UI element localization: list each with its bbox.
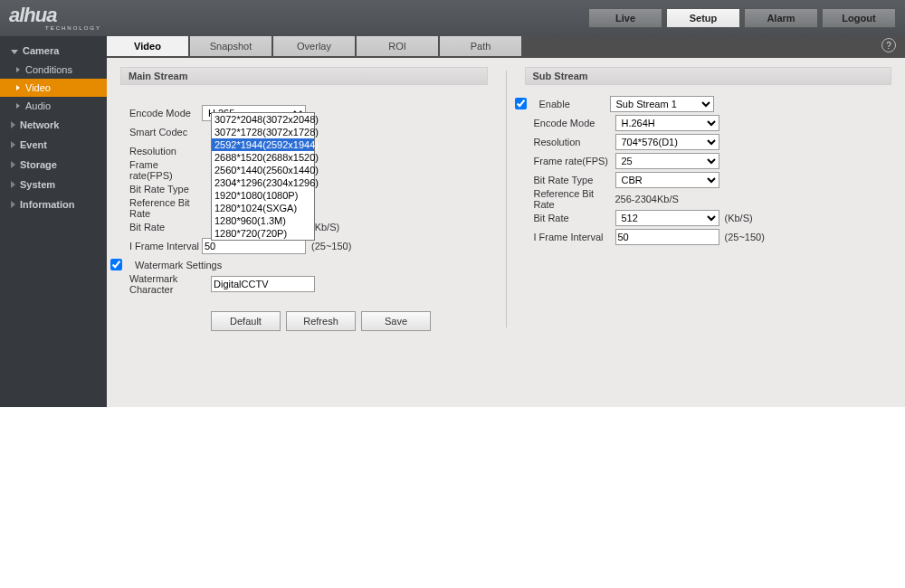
sidebar-item-audio[interactable]: Audio <box>0 97 107 115</box>
sidebar-group-information[interactable]: Information <box>0 194 107 214</box>
sub-enable-select[interactable]: Sub Stream 1 <box>610 96 714 112</box>
ref-label: Reference Bit Rate <box>120 197 202 219</box>
resolution-listbox[interactable]: 3072*2048(3072x2048)3072*1728(3072x1728)… <box>211 112 315 241</box>
caret-right-icon <box>11 161 15 168</box>
iframe-suffix: (25~150) <box>311 241 351 251</box>
sub-fps-select[interactable]: 25 <box>615 153 719 169</box>
caret-right-icon <box>11 201 15 208</box>
sub-enable-label: Enable <box>530 99 610 109</box>
sub-encode-select[interactable]: H.264H <box>615 115 719 131</box>
logo-main: alhua <box>9 5 109 25</box>
iframe-label: I Frame Interval <box>120 241 202 251</box>
chevron-right-icon <box>16 85 20 90</box>
caret-right-icon <box>11 141 15 148</box>
sub-resolution-label: Resolution <box>525 137 615 147</box>
sub-encode-label: Encode Mode <box>525 118 615 128</box>
sub-stream-header: Sub Stream <box>525 67 892 85</box>
chevron-right-icon <box>16 67 20 72</box>
brt-label: Bit Rate Type <box>120 184 202 194</box>
stream-divider <box>506 71 507 327</box>
logo-sub: TECHNOLOGY <box>45 25 109 31</box>
tab-video[interactable]: Video <box>107 36 188 56</box>
sidebar-group-event[interactable]: Event <box>0 135 107 155</box>
sub-br-select[interactable]: 512 <box>615 210 719 226</box>
sub-ref-value: 256-2304Kb/S <box>615 194 679 204</box>
br-label: Bit Rate <box>120 222 202 232</box>
sidebar-item-video[interactable]: Video <box>0 79 107 97</box>
default-button[interactable]: Default <box>211 311 281 331</box>
help-icon[interactable]: ? <box>881 38 896 52</box>
nav-logout[interactable]: Logout <box>822 8 896 28</box>
nav-setup[interactable]: Setup <box>666 8 740 28</box>
sidebar-group-storage[interactable]: Storage <box>0 155 107 175</box>
sub-iframe-input[interactable] <box>615 229 719 245</box>
resolution-option[interactable]: 2688*1520(2688x1520) <box>212 151 314 164</box>
resolution-option[interactable]: 1280*960(1.3M) <box>212 214 314 227</box>
sub-ref-label: Reference Bit Rate <box>525 188 615 210</box>
caret-right-icon <box>11 121 15 128</box>
watermark-char-input[interactable] <box>211 276 315 292</box>
sidebar-group-system[interactable]: System <box>0 175 107 194</box>
resolution-option[interactable]: 1280*1024(SXGA) <box>212 202 314 214</box>
resolution-label: Resolution <box>120 146 202 156</box>
nav-alarm[interactable]: Alarm <box>744 8 818 28</box>
resolution-option[interactable]: 2592*1944(2592x1944) <box>212 138 314 151</box>
save-button[interactable]: Save <box>361 311 431 331</box>
resolution-option[interactable]: 1920*1080(1080P) <box>212 189 314 202</box>
resolution-option[interactable]: 2304*1296(2304x1296) <box>212 176 314 189</box>
fps-label: Frame rate(FPS) <box>120 159 202 181</box>
tab-snapshot[interactable]: Snapshot <box>190 36 272 56</box>
main-stream-header: Main Stream <box>120 67 488 85</box>
tab-overlay[interactable]: Overlay <box>273 36 355 56</box>
sub-br-suffix: (Kb/S) <box>725 213 753 223</box>
sub-br-label: Bit Rate <box>525 213 615 223</box>
nav-live[interactable]: Live <box>588 8 662 28</box>
brand-logo: alhua TECHNOLOGY <box>9 5 109 32</box>
resolution-option[interactable]: 3072*1728(3072x1728) <box>212 126 314 138</box>
sub-brt-label: Bit Rate Type <box>525 175 615 185</box>
sidebar-item-conditions[interactable]: Conditions <box>0 61 107 79</box>
smart-codec-label: Smart Codec <box>120 127 202 138</box>
encode-mode-label: Encode Mode <box>120 108 202 119</box>
sidebar-group-network[interactable]: Network <box>0 115 107 135</box>
resolution-option[interactable]: 2560*1440(2560x1440) <box>212 164 314 176</box>
sub-resolution-select[interactable]: 704*576(D1) <box>615 134 719 150</box>
watermark-checkbox[interactable] <box>110 259 122 270</box>
br-suffix: (Kb/S) <box>311 222 339 232</box>
caret-down-icon <box>11 50 18 54</box>
refresh-button[interactable]: Refresh <box>286 311 356 331</box>
tab-path[interactable]: Path <box>440 36 521 56</box>
tab-roi[interactable]: ROI <box>357 36 438 56</box>
sub-fps-label: Frame rate(FPS) <box>525 156 615 166</box>
caret-right-icon <box>11 181 15 188</box>
sub-brt-select[interactable]: CBR <box>615 172 719 188</box>
chevron-right-icon <box>16 103 20 109</box>
watermark-label: Watermark Settings <box>126 260 222 270</box>
sidebar-group-camera[interactable]: Camera <box>0 41 107 61</box>
resolution-option[interactable]: 3072*2048(3072x2048) <box>212 113 314 126</box>
sub-iframe-label: I Frame Interval <box>525 232 615 242</box>
sub-iframe-suffix: (25~150) <box>725 232 765 242</box>
sub-enable-checkbox[interactable] <box>515 98 527 109</box>
resolution-option[interactable]: 1280*720(720P) <box>212 227 314 240</box>
watermark-char-label: Watermark Character <box>120 273 211 295</box>
